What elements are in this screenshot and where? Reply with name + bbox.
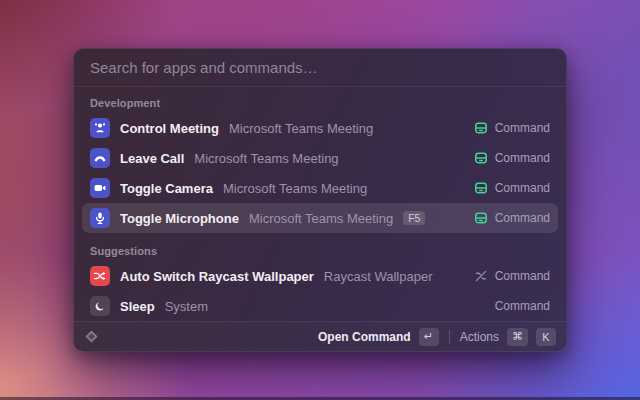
raycast-window: Development Control Meeting Microsoft Te… [73,48,567,352]
list-item-control-meeting[interactable]: Control Meeting Microsoft Teams Meeting … [82,113,558,143]
list-item-leave-call[interactable]: Leave Call Microsoft Teams Meeting Comma… [82,143,558,173]
actions-menu-label[interactable]: Actions [460,330,499,344]
item-title: Auto Switch Raycast Wallpaper [120,269,314,284]
app-window-green-icon [474,181,488,195]
app-window-green-icon [474,211,488,225]
item-type-label: Command [495,181,550,195]
list-item-toggle-microphone[interactable]: Toggle Microphone Microsoft Teams Meetin… [82,203,558,233]
item-subtitle: Microsoft Teams Meeting [229,121,373,136]
cmd-key-badge: ⌘ [507,328,528,346]
action-bar: Open Command ↵ Actions ⌘ K [74,321,566,351]
search-input[interactable] [90,59,550,76]
section-header-development: Development [82,89,558,113]
enter-key-badge: ↵ [419,328,439,346]
item-type-label: Command [495,269,550,283]
list-item-toggle-camera[interactable]: Toggle Camera Microsoft Teams Meeting Co… [82,173,558,203]
item-type-label: Command [495,299,550,313]
list-item-sleep[interactable]: Sleep System Command [82,291,558,321]
app-window-green-icon [474,121,488,135]
item-title: Control Meeting [120,121,219,136]
item-subtitle: Microsoft Teams Meeting [194,151,338,166]
item-title: Toggle Camera [120,181,213,196]
primary-action-label[interactable]: Open Command [318,330,411,344]
item-title: Leave Call [120,151,184,166]
section-header-suggestions: Suggestions [82,237,558,261]
teams-meeting-people-icon [90,118,110,138]
raycast-logo-icon [84,329,99,344]
item-subtitle: Microsoft Teams Meeting [223,181,367,196]
results-list: Development Control Meeting Microsoft Te… [74,87,566,321]
item-type-label: Command [495,121,550,135]
shortcut-badge: F5 [403,211,425,226]
shuffle-slash-icon [474,269,488,283]
item-subtitle: Microsoft Teams Meeting [249,211,393,226]
list-item-auto-switch-wallpaper[interactable]: Auto Switch Raycast Wallpaper Raycast Wa… [82,261,558,291]
k-key-badge: K [536,328,556,346]
item-type-label: Command [495,151,550,165]
search-bar [74,49,566,87]
item-subtitle: System [165,299,208,314]
app-window-green-icon [474,151,488,165]
item-subtitle: Raycast Wallpaper [324,269,433,284]
microphone-icon [90,208,110,228]
item-title: Toggle Microphone [120,211,239,226]
phone-down-icon [90,148,110,168]
footer-divider [449,330,450,344]
item-title: Sleep [120,299,155,314]
moon-icon [90,296,110,316]
video-camera-icon [90,178,110,198]
item-type-label: Command [495,211,550,225]
shuffle-icon [90,266,110,286]
